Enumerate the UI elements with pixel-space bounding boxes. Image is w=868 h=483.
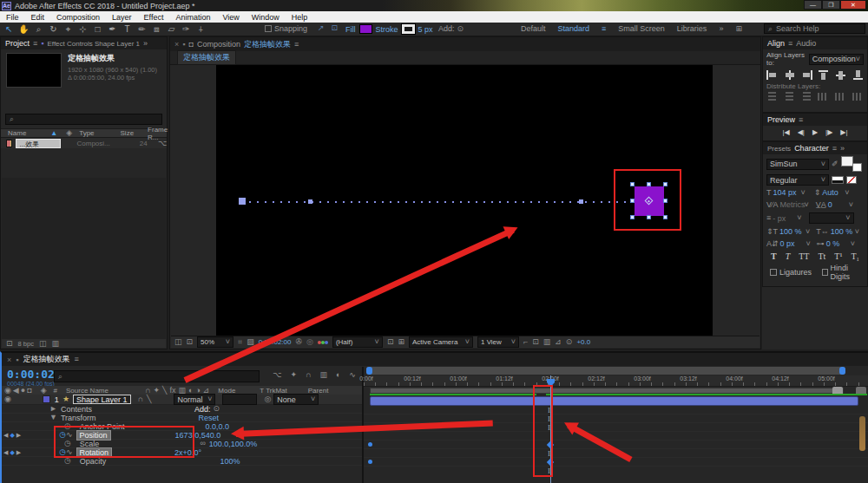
project-bpc-label[interactable]: 8 bpc [18,340,34,348]
snapping-checkbox[interactable] [265,25,272,32]
baseline-chevron[interactable]: ˅ [806,240,811,248]
eraser-tool-icon[interactable]: ▱ [164,23,179,36]
track-row[interactable] [364,414,868,423]
show-snapshot-icon[interactable]: ◎ [306,338,313,346]
grid-options-icon[interactable]: ⌗ [238,338,242,346]
fill-stroke-color-widget[interactable] [841,156,862,172]
anchor-point-value[interactable]: 0.0,0.0 [205,422,229,431]
font-size-chevron[interactable]: ˅ [801,189,806,197]
prev-frame-button[interactable]: ◀| [798,128,805,136]
menu-file[interactable]: File [0,13,25,22]
trkmat-select[interactable] [222,394,257,405]
track-row[interactable] [364,458,868,467]
workspace-menu-icon[interactable]: ≡ [602,25,606,33]
maximize-button[interactable]: ❐ [822,0,840,10]
comp-tab[interactable]: 定格抽帧效果 [177,50,236,65]
timeline-tab[interactable]: 定格抽帧效果 [23,354,69,365]
type-tool-icon[interactable]: T [120,23,135,36]
motion-path-keyframe-mid1[interactable] [308,199,312,204]
zoom-tool-icon[interactable]: ⌕ [31,23,46,36]
menu-layer[interactable]: Layer [106,13,138,22]
track-row[interactable] [364,423,868,432]
region-of-interest-icon[interactable]: ⊡ [387,338,394,346]
align-top-icon[interactable] [818,70,829,80]
position-stopwatch-icon[interactable]: ◷ [59,431,66,439]
exposure-value[interactable]: +0.0 [576,338,590,346]
keyframe-ibeam[interactable]: I [548,450,550,458]
comp-viewport[interactable] [216,65,713,337]
menu-window[interactable]: Window [246,13,286,22]
tab-presets[interactable]: Presets [767,145,791,153]
opacity-row[interactable]: ◷ Opacity 100% [2,457,362,466]
menu-effect[interactable]: Effect [138,13,170,22]
rotate-tool-icon[interactable]: ↻ [46,23,61,36]
pixel-aspect-icon[interactable]: ⌐ [523,338,528,346]
anchor-stopwatch-icon[interactable]: ◷ [64,422,71,430]
work-area-bar[interactable] [370,388,844,394]
character-overflow[interactable]: » [840,144,845,153]
hindi-digits-checkbox[interactable]: Hindi Digits [822,264,860,281]
align-to-select[interactable]: Composition˅ [809,54,864,65]
distribute-hcenter-icon[interactable] [835,92,846,101]
selection-handle[interactable] [630,215,635,219]
comp-timecode[interactable]: 0:00:02:00 [259,338,292,346]
motion-blur-icon[interactable]: ◐ [336,371,340,379]
vscale-chevron[interactable]: ˅ [806,228,810,236]
search-help-box[interactable]: ⌕ Search Help [764,23,865,34]
keyframe-ibeam[interactable]: I [548,424,550,432]
selection-handle[interactable] [647,182,651,186]
kerning-value[interactable]: Metrics [780,200,803,209]
navigator-end-handle[interactable] [839,367,845,375]
snapshot-icon[interactable]: ✇ [295,338,302,346]
workspace-libraries[interactable]: Libraries [677,24,707,33]
scale-value[interactable]: 100.0,100.0% [209,440,258,448]
ligatures-checkbox[interactable]: Ligatures [770,268,812,277]
resolution-select[interactable]: (Half)˅ [332,336,383,348]
fill-label[interactable]: Fill [345,25,356,34]
rotation-stopwatch-icon[interactable]: ◷ [59,448,66,456]
align-right-icon[interactable] [801,70,812,80]
leading-value[interactable]: Auto [822,188,843,197]
distribute-top-icon[interactable] [766,92,778,101]
tracking-chevron[interactable]: ˅ [849,201,853,209]
clone-stamp-tool-icon[interactable]: ⧈ [149,23,164,36]
selection-tool-icon[interactable]: ↖ [2,23,16,36]
subscript-button[interactable]: T₁ [848,251,862,261]
layer-label-color[interactable] [43,395,50,403]
distribute-vcenter-icon[interactable] [784,92,795,101]
menu-animation[interactable]: Animation [169,13,216,22]
timeline-search-box[interactable]: ⌕ [54,370,260,382]
workspace-overflow[interactable]: » [719,24,723,33]
magnification-select[interactable]: 50%˅ [197,336,233,348]
last-frame-button[interactable]: ▶| [840,128,847,136]
scale-stopwatch-icon[interactable]: ◷ [64,440,71,447]
motion-path-keyframe-start[interactable] [239,198,246,205]
small-caps-button[interactable]: Tt [815,251,828,261]
distribute-right-icon[interactable] [852,92,864,101]
comp-mini-flowchart-icon[interactable]: ⌥ [273,371,281,379]
anchor-point-row[interactable]: ◷ Anchor Point 0.0,0.0 [2,422,362,431]
puppet-pin-tool-icon[interactable]: ⍭ [194,23,208,36]
time-ruler[interactable]: 0:00f 00:12f 01:00f 01:12f 02:00f 02:12f… [364,375,868,387]
keyframe-ibeam[interactable]: I [548,467,550,475]
position-graph-icon[interactable]: ∿ [66,431,73,439]
transform-reset[interactable]: Reset [199,414,220,422]
distribute-bottom-icon[interactable] [801,92,812,101]
camera-tool-icon[interactable]: ⌖ [61,23,76,36]
snap-bounds-icon[interactable]: ⊡ [332,24,339,32]
kerning-chevron[interactable]: ˅ [805,201,809,209]
parent-select[interactable]: None˅ [273,394,319,405]
align-menu-icon[interactable]: ≡ [788,40,792,48]
brush-tool-icon[interactable]: ✏ [135,23,149,36]
project-list-area[interactable] [2,178,166,339]
track-row[interactable] [364,441,868,449]
add-property-target-icon[interactable]: ⊙ [213,405,220,413]
col-size[interactable]: Size [121,129,135,137]
keyframe-at-time-icon[interactable]: ◆ [10,432,14,439]
comp-lock-icon[interactable]: ◘ [188,41,193,49]
tsume-chevron[interactable]: ˅ [851,240,855,248]
panel-menu-icon[interactable]: ≡ [33,40,37,48]
keyframe-at-time-icon[interactable]: ◆ [10,449,14,456]
layer-quality-icon[interactable]: ╲ [147,395,151,403]
all-caps-button[interactable]: TT [796,251,812,261]
